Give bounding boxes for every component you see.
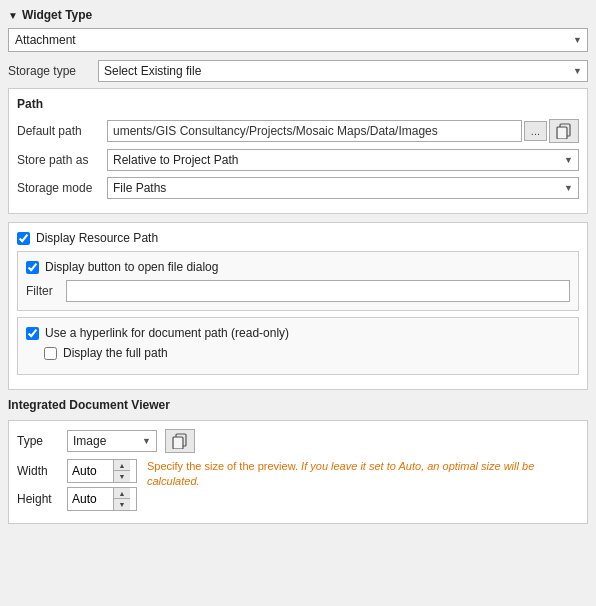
width-row: Width ▲ ▼ bbox=[17, 459, 137, 483]
store-path-label: Store path as bbox=[17, 153, 107, 167]
display-resource-section: Display Resource Path Display button to … bbox=[8, 222, 588, 390]
height-input[interactable] bbox=[68, 490, 113, 508]
width-down-button[interactable]: ▼ bbox=[114, 471, 130, 482]
widget-type-section: ▼ Widget Type Attachment bbox=[8, 8, 588, 52]
width-label: Width bbox=[17, 464, 67, 478]
widget-type-header[interactable]: ▼ Widget Type bbox=[8, 8, 588, 22]
store-path-select-wrapper: Relative to Project Path bbox=[107, 149, 579, 171]
width-spinner-btns: ▲ ▼ bbox=[113, 460, 130, 482]
hyperlink-subsection: Use a hyperlink for document path (read-… bbox=[17, 317, 579, 375]
type-row: Type Image bbox=[17, 429, 579, 453]
full-path-checkbox[interactable] bbox=[44, 347, 57, 360]
full-path-label: Display the full path bbox=[63, 346, 168, 360]
storage-mode-row: Storage mode File Paths bbox=[17, 177, 579, 199]
store-path-select[interactable]: Relative to Project Path bbox=[107, 149, 579, 171]
storage-type-row: Storage type Select Existing file bbox=[8, 60, 588, 82]
storage-type-label: Storage type bbox=[8, 64, 98, 78]
hyperlink-row: Use a hyperlink for document path (read-… bbox=[26, 326, 570, 340]
height-spinner-btns: ▲ ▼ bbox=[113, 488, 130, 510]
filter-input[interactable] bbox=[66, 280, 570, 302]
default-path-input[interactable] bbox=[107, 120, 522, 142]
panel: ▼ Widget Type Attachment Storage type Se… bbox=[0, 0, 596, 532]
filter-row: Filter bbox=[26, 280, 570, 302]
widget-type-title: Widget Type bbox=[22, 8, 92, 22]
height-label: Height bbox=[17, 492, 67, 506]
browse-button[interactable]: ... bbox=[524, 121, 547, 141]
default-path-row: Default path ... bbox=[17, 119, 579, 143]
copy-type-button[interactable] bbox=[165, 429, 195, 453]
collapse-arrow-icon: ▼ bbox=[8, 10, 18, 21]
hyperlink-checkbox[interactable] bbox=[26, 327, 39, 340]
copy-icon bbox=[556, 123, 572, 139]
filter-label: Filter bbox=[26, 284, 66, 298]
type-select[interactable]: Image bbox=[67, 430, 157, 452]
height-row: Height ▲ ▼ bbox=[17, 487, 137, 511]
storage-mode-select-wrapper: File Paths bbox=[107, 177, 579, 199]
storage-mode-label: Storage mode bbox=[17, 181, 107, 195]
width-spinner: ▲ ▼ bbox=[67, 459, 137, 483]
copy-path-button[interactable] bbox=[549, 119, 579, 143]
display-resource-row: Display Resource Path bbox=[17, 231, 579, 245]
integrated-title: Integrated Document Viewer bbox=[8, 398, 588, 412]
info-text: Specify the size of the preview. If you … bbox=[147, 459, 579, 490]
display-resource-label: Display Resource Path bbox=[36, 231, 158, 245]
height-up-button[interactable]: ▲ bbox=[114, 488, 130, 499]
hyperlink-label: Use a hyperlink for document path (read-… bbox=[45, 326, 289, 340]
type-label: Type bbox=[17, 434, 67, 448]
type-select-wrapper: Image bbox=[67, 430, 157, 452]
svg-rect-5 bbox=[174, 438, 182, 448]
copy-type-icon bbox=[172, 433, 188, 449]
path-title: Path bbox=[17, 97, 579, 111]
widget-type-select-wrapper: Attachment bbox=[8, 28, 588, 52]
storage-type-select-wrapper: Select Existing file bbox=[98, 60, 588, 82]
default-path-label: Default path bbox=[17, 124, 107, 138]
integrated-card: Type Image bbox=[8, 420, 588, 524]
dims-and-info: Width ▲ ▼ Height bbox=[17, 459, 579, 515]
width-up-button[interactable]: ▲ bbox=[114, 460, 130, 471]
integrated-section: Integrated Document Viewer Type Image bbox=[8, 398, 588, 524]
path-card: Path Default path ... Store path as Rela… bbox=[8, 88, 588, 214]
width-input[interactable] bbox=[68, 462, 113, 480]
full-path-row: Display the full path bbox=[44, 346, 570, 360]
height-spinner: ▲ ▼ bbox=[67, 487, 137, 511]
svg-rect-2 bbox=[558, 128, 566, 138]
display-button-subsection: Display button to open file dialog Filte… bbox=[17, 251, 579, 311]
storage-mode-select[interactable]: File Paths bbox=[107, 177, 579, 199]
display-resource-checkbox[interactable] bbox=[17, 232, 30, 245]
display-button-row: Display button to open file dialog bbox=[26, 260, 570, 274]
widget-type-select[interactable]: Attachment bbox=[8, 28, 588, 52]
store-path-row: Store path as Relative to Project Path bbox=[17, 149, 579, 171]
display-button-checkbox[interactable] bbox=[26, 261, 39, 274]
height-down-button[interactable]: ▼ bbox=[114, 499, 130, 510]
storage-type-select[interactable]: Select Existing file bbox=[98, 60, 588, 82]
display-button-label: Display button to open file dialog bbox=[45, 260, 218, 274]
dims-col: Width ▲ ▼ Height bbox=[17, 459, 137, 515]
